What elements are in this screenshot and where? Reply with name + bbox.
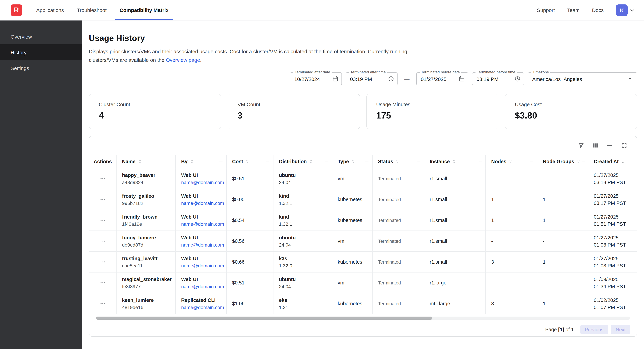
- row-actions-button[interactable]: [97, 257, 108, 268]
- sort-icon[interactable]: [351, 159, 356, 164]
- account-menu[interactable]: K: [616, 4, 636, 16]
- terminated-after-date-label: Terminated after date: [293, 70, 332, 74]
- drag-handle-icon[interactable]: [364, 159, 370, 164]
- sort-icon[interactable]: [189, 159, 194, 164]
- replicated-logo[interactable]: R: [10, 4, 22, 16]
- terminated-after-date-field[interactable]: Terminated after date 10/27/2024: [290, 72, 342, 85]
- created-by-email-link[interactable]: name@domain.com: [181, 200, 223, 206]
- calendar-icon[interactable]: [332, 76, 338, 82]
- column-header-cost[interactable]: Cost: [227, 155, 274, 168]
- terminated-before-date-value[interactable]: 01/27/2025: [421, 76, 457, 82]
- created-by-email-link[interactable]: name@domain.com: [181, 242, 223, 248]
- timezone-value[interactable]: America/Los_Angeles: [532, 76, 626, 82]
- created-by-email-link[interactable]: name@domain.com: [181, 263, 223, 268]
- drag-handle-icon[interactable]: [581, 159, 586, 164]
- clock-icon[interactable]: [388, 76, 394, 82]
- sort-icon[interactable]: [308, 159, 314, 164]
- docs-link[interactable]: Docs: [592, 7, 604, 13]
- show-hide-columns-icon[interactable]: [591, 141, 600, 150]
- sort-icon[interactable]: [137, 159, 142, 164]
- created-by-email-link[interactable]: name@domain.com: [181, 180, 223, 185]
- distribution-cell: kind 1.32.1: [274, 189, 332, 210]
- type-value: kubernetes: [338, 301, 369, 307]
- terminated-before-time-field[interactable]: Terminated before time 03:19 PM: [472, 72, 524, 85]
- drag-handle-icon[interactable]: [529, 159, 534, 164]
- row-actions-button[interactable]: [97, 278, 108, 288]
- nodes-value: 3: [491, 259, 534, 265]
- column-header-instance[interactable]: Instance: [424, 155, 486, 168]
- drag-handle-icon[interactable]: [218, 159, 224, 164]
- created-time: 01:34 PM PST: [594, 284, 634, 289]
- created-by-email-link[interactable]: name@domain.com: [181, 305, 223, 310]
- calendar-icon[interactable]: [459, 76, 465, 82]
- sort-icon[interactable]: [576, 159, 581, 164]
- drag-handle-icon[interactable]: [324, 159, 329, 164]
- row-actions-button[interactable]: [97, 298, 108, 309]
- type-value: kubernetes: [338, 218, 369, 223]
- created-by-email-link[interactable]: name@domain.com: [181, 284, 223, 289]
- clock-icon[interactable]: [514, 76, 520, 82]
- row-actions-icon: [99, 217, 106, 224]
- support-link[interactable]: Support: [537, 7, 555, 13]
- overview-page-link[interactable]: Overview page: [166, 57, 200, 63]
- drag-handle-icon[interactable]: [265, 159, 270, 164]
- terminated-after-time-value[interactable]: 03:19 PM: [350, 76, 386, 82]
- column-header-status[interactable]: Status: [372, 155, 424, 168]
- fullscreen-icon[interactable]: [620, 141, 628, 150]
- drag-handle-icon[interactable]: [416, 159, 421, 164]
- name-cell: magical_stonebraker fe3f8977: [116, 273, 176, 293]
- node-groups-cell: -: [537, 231, 588, 252]
- previous-page-button[interactable]: Previous: [580, 325, 608, 335]
- tab-compatibility-matrix[interactable]: Compatibility Matrix: [115, 0, 173, 20]
- column-header-created-at[interactable]: Created At: [588, 155, 637, 168]
- row-actions-button[interactable]: [97, 215, 108, 226]
- column-header-distribution[interactable]: Distribution: [274, 155, 332, 168]
- column-header-by[interactable]: By: [176, 155, 227, 168]
- nodes-cell: -: [486, 169, 537, 189]
- cluster-id: a48d9324: [122, 180, 172, 185]
- sidebar-item-history[interactable]: History: [0, 44, 82, 60]
- density-icon[interactable]: [605, 141, 614, 150]
- dropdown-arrow-icon[interactable]: [626, 75, 634, 83]
- page-description: Displays prior clusters/VMs and their as…: [89, 47, 410, 64]
- horizontal-scrollbar[interactable]: [96, 317, 630, 320]
- type-cell: kubernetes: [332, 252, 372, 272]
- sort-desc-icon[interactable]: [620, 159, 626, 164]
- table-body: happy_beaver a48d9324 Web UI name@domain…: [89, 169, 637, 314]
- stat-value: 4: [99, 110, 211, 121]
- sort-icon[interactable]: [245, 159, 250, 164]
- avatar[interactable]: K: [616, 4, 628, 16]
- column-label: Created At: [594, 159, 619, 164]
- terminated-before-time-value[interactable]: 03:19 PM: [476, 76, 512, 82]
- cost-cell: $0.66: [227, 252, 274, 272]
- sort-icon[interactable]: [395, 159, 400, 164]
- tab-troubleshoot[interactable]: Troubleshoot: [72, 0, 111, 20]
- column-header-node-groups[interactable]: Node Groups: [537, 155, 588, 168]
- tab-applications[interactable]: Applications: [32, 0, 68, 20]
- status-badge: Terminated: [378, 218, 420, 223]
- stat-value: 175: [376, 110, 489, 121]
- created-by-email-link[interactable]: name@domain.com: [181, 221, 223, 227]
- column-header-name[interactable]: Name: [116, 155, 176, 168]
- team-link[interactable]: Team: [567, 7, 580, 13]
- sort-icon[interactable]: [452, 159, 457, 164]
- terminated-after-date-value[interactable]: 10/27/2024: [294, 76, 330, 82]
- sidebar-item-settings[interactable]: Settings: [0, 60, 82, 76]
- chevron-down-icon[interactable]: [629, 7, 636, 13]
- next-page-button[interactable]: Next: [611, 325, 630, 335]
- filter-icon[interactable]: [577, 141, 586, 150]
- row-actions-button[interactable]: [97, 173, 108, 184]
- node-groups-cell: 1: [537, 294, 588, 314]
- sort-icon[interactable]: [508, 159, 513, 164]
- name-cell: funny_lumiere de9ed87d: [116, 231, 176, 252]
- row-actions-button[interactable]: [97, 194, 108, 205]
- column-header-type[interactable]: Type: [332, 155, 372, 168]
- drag-handle-icon[interactable]: [478, 159, 483, 164]
- sidebar-item-overview[interactable]: Overview: [0, 29, 82, 44]
- row-actions-button[interactable]: [97, 236, 108, 247]
- terminated-before-date-field[interactable]: Terminated before date 01/27/2025: [416, 72, 468, 85]
- scrollbar-thumb[interactable]: [96, 317, 432, 320]
- column-header-nodes[interactable]: Nodes: [486, 155, 537, 168]
- timezone-select[interactable]: Timezone America/Los_Angeles: [528, 72, 637, 85]
- terminated-after-time-field[interactable]: Terminated after time 03:19 PM: [346, 72, 398, 85]
